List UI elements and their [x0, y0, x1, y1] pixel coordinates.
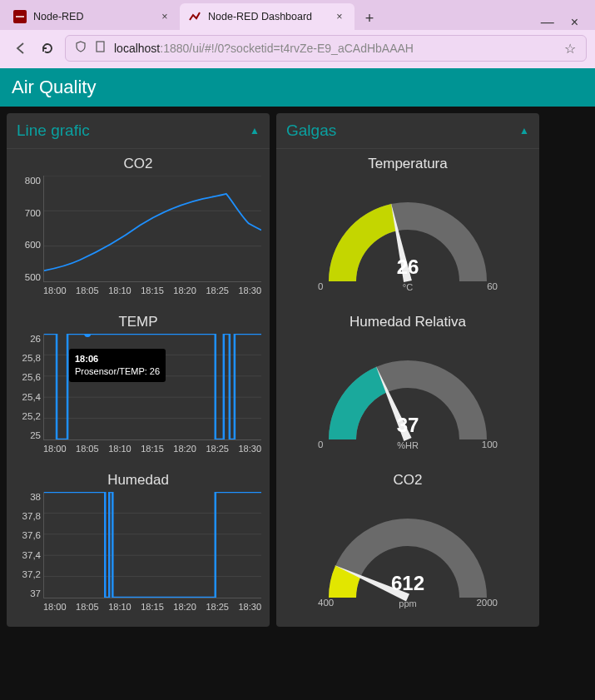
gauge-value: 37 [308, 414, 508, 437]
close-icon[interactable]: × [333, 11, 346, 22]
gauge: 26 °C 0 60 [308, 177, 508, 294]
node-red-favicon [13, 10, 27, 23]
chart-area: 800 700 600 500 [15, 176, 261, 282]
card-header[interactable]: Galgas ▲ [276, 113, 539, 149]
x-tick: 18:10 [108, 444, 131, 454]
card-line-grafic: Line grafic ▲ CO2 800 700 600 500 [7, 113, 270, 627]
chart-area: 38 37,8 37,6 37,4 37,2 37 [15, 492, 261, 598]
chart-title: CO2 [15, 156, 261, 172]
back-button[interactable] [12, 39, 30, 57]
window-controls: ― × [541, 15, 590, 30]
bookmark-star-icon[interactable]: ☆ [563, 41, 578, 57]
y-tick: 25,4 [22, 392, 41, 402]
x-tick: 18:00 [43, 285, 67, 295]
node-red-dashboard-favicon [188, 10, 201, 23]
y-tick: 26 [30, 334, 41, 344]
x-tick: 18:25 [206, 285, 229, 295]
y-tick: 500 [25, 272, 41, 282]
tab-strip: Node-RED × Node-RED Dashboard × + ― × [0, 0, 595, 30]
collapse-icon[interactable]: ▲ [250, 125, 260, 137]
y-axis: 38 37,8 37,6 37,4 37,2 37 [15, 492, 43, 598]
card-title: Galgas [286, 122, 336, 140]
x-tick: 18:00 [43, 602, 67, 612]
y-tick: 800 [25, 176, 41, 186]
tab-title: Node-RED [33, 11, 151, 22]
y-axis: 26 25,8 25,6 25,4 25,2 25 [15, 334, 43, 440]
plot[interactable] [43, 492, 261, 598]
x-tick: 18:00 [43, 444, 67, 454]
card-body: Temperatura 26 °C 0 60 Humedad Relativa … [276, 149, 539, 625]
new-tab-button[interactable]: + [358, 7, 381, 30]
card-body: CO2 800 700 600 500 [7, 149, 270, 627]
close-icon[interactable]: × [158, 11, 171, 22]
x-tick: 18:25 [206, 602, 229, 612]
gauge-humedad-relativa: Humedad Relativa 37 %HR 0 100 [285, 314, 531, 452]
plot[interactable] [43, 176, 261, 282]
y-tick: 37,6 [22, 530, 41, 540]
card-title: Line grafic [17, 122, 90, 140]
gauge: 37 %HR 0 100 [308, 335, 508, 452]
x-tick: 18:30 [238, 602, 261, 612]
x-tick: 18:10 [108, 285, 131, 295]
x-tick: 18:10 [108, 602, 131, 612]
url-text: localhost:1880/ui/#!/0?socketid=t4rvZe-E… [114, 42, 556, 55]
gauge-min: 0 [318, 439, 323, 449]
browser-tab-node-red[interactable]: Node-RED × [5, 3, 180, 30]
card-header[interactable]: Line grafic ▲ [7, 113, 270, 149]
x-tick: 18:25 [206, 444, 229, 454]
x-tick: 18:20 [173, 444, 196, 454]
gauge-co2: CO2 612 ppm 400 2000 [285, 472, 531, 610]
y-tick: 37,4 [22, 550, 41, 560]
minimize-icon[interactable]: ― [541, 15, 554, 30]
x-tick: 18:20 [173, 602, 196, 612]
close-icon[interactable]: × [571, 15, 578, 30]
gauge-unit: °C [308, 282, 508, 292]
svg-point-9 [84, 334, 91, 337]
x-tick: 18:05 [76, 602, 99, 612]
y-axis: 800 700 600 500 [15, 176, 43, 282]
page-icon [94, 41, 107, 56]
chart-title: Humedad [15, 472, 261, 489]
gauge: 612 ppm 400 2000 [308, 494, 508, 610]
collapse-icon[interactable]: ▲ [519, 125, 529, 137]
y-tick: 25,2 [22, 411, 41, 421]
x-tick: 18:05 [76, 285, 99, 295]
gauge-max: 2000 [476, 598, 498, 608]
tooltip-line: Prosensor/TEMP: 26 [75, 366, 160, 376]
shield-icon[interactable] [74, 41, 87, 56]
x-axis: 18:00 18:05 18:10 18:15 18:20 18:25 18:3… [43, 285, 261, 295]
svg-rect-1 [97, 42, 104, 52]
page-title: Air Quality [12, 77, 96, 97]
plot[interactable]: 18:06 Prosensor/TEMP: 26 [43, 334, 261, 440]
dashboard: Line grafic ▲ CO2 800 700 600 500 [0, 107, 595, 633]
x-tick: 18:30 [238, 285, 261, 295]
y-tick: 25,6 [22, 372, 41, 382]
gauge-temperatura: Temperatura 26 °C 0 60 [285, 156, 531, 294]
y-tick: 37,2 [22, 569, 41, 579]
x-axis: 18:00 18:05 18:10 18:15 18:20 18:25 18:3… [43, 444, 261, 454]
card-galgas: Galgas ▲ Temperatura 26 °C 0 60 Humedad … [276, 113, 539, 627]
x-tick: 18:05 [76, 444, 99, 454]
gauge-unit: %HR [308, 440, 508, 450]
chart-humedad: Humedad 38 37,8 37,6 37,4 37,2 37 [15, 472, 261, 612]
y-tick: 25 [30, 430, 41, 440]
gauge-min: 0 [318, 281, 323, 291]
tooltip-time: 18:06 [75, 354, 98, 364]
address-row: localhost:1880/ui/#!/0?socketid=t4rvZe-E… [0, 30, 595, 68]
y-tick: 37 [30, 588, 41, 598]
url-host: localhost [114, 42, 160, 55]
y-tick: 37,8 [22, 511, 41, 521]
y-tick: 700 [25, 208, 41, 218]
x-tick: 18:15 [141, 602, 164, 612]
chart-temp: TEMP 26 25,8 25,6 25,4 25,2 25 [15, 314, 261, 454]
gauge-title: CO2 [285, 472, 531, 489]
x-axis: 18:00 18:05 18:10 18:15 18:20 18:25 18:3… [43, 602, 261, 612]
reload-button[interactable] [38, 39, 57, 57]
x-tick: 18:15 [141, 444, 164, 454]
gauge-min: 400 [318, 598, 334, 608]
gauge-value: 612 [308, 572, 508, 595]
address-bar[interactable]: localhost:1880/ui/#!/0?socketid=t4rvZe-E… [65, 35, 587, 62]
tab-title: Node-RED Dashboard [208, 11, 326, 22]
y-tick: 38 [30, 492, 41, 502]
browser-tab-dashboard[interactable]: Node-RED Dashboard × [180, 3, 355, 30]
